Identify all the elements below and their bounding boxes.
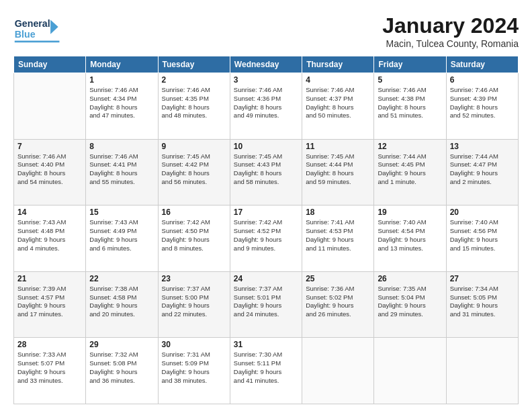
day-info: Sunrise: 7:42 AM Sunset: 4:52 PM Dayligh…: [234, 218, 298, 253]
col-thursday: Thursday: [302, 56, 374, 73]
day-number: 22: [89, 274, 154, 283]
col-wednesday: Wednesday: [230, 56, 302, 73]
title-section: January 2024 Macin, Tulcea County, Roman…: [382, 13, 519, 49]
day-info: Sunrise: 7:43 AM Sunset: 4:48 PM Dayligh…: [17, 218, 82, 253]
day-info: Sunrise: 7:31 AM Sunset: 5:09 PM Dayligh…: [162, 351, 226, 385]
col-friday: Friday: [374, 56, 446, 73]
table-row: 29Sunrise: 7:32 AM Sunset: 5:08 PM Dayli…: [86, 338, 158, 404]
day-number: 25: [306, 274, 370, 283]
table-row: 6Sunrise: 7:46 AM Sunset: 4:39 PM Daylig…: [446, 73, 518, 140]
day-info: Sunrise: 7:40 AM Sunset: 4:54 PM Dayligh…: [378, 218, 442, 253]
table-row: 31Sunrise: 7:30 AM Sunset: 5:11 PM Dayli…: [230, 338, 302, 404]
day-number: 7: [17, 142, 82, 151]
day-number: 19: [378, 208, 442, 217]
day-info: Sunrise: 7:34 AM Sunset: 5:05 PM Dayligh…: [450, 285, 515, 319]
day-number: 12: [378, 142, 442, 151]
col-sunday: Sunday: [14, 56, 86, 73]
table-row: 18Sunrise: 7:41 AM Sunset: 4:53 PM Dayli…: [302, 205, 374, 272]
day-info: Sunrise: 7:36 AM Sunset: 5:02 PM Dayligh…: [306, 285, 370, 319]
day-number: 21: [17, 274, 82, 283]
logo: General Blue: [13, 13, 67, 47]
day-info: Sunrise: 7:46 AM Sunset: 4:35 PM Dayligh…: [162, 86, 226, 120]
header: General Blue January 2024 Macin, Tulcea …: [13, 13, 519, 49]
day-info: Sunrise: 7:44 AM Sunset: 4:47 PM Dayligh…: [450, 152, 515, 187]
day-info: Sunrise: 7:32 AM Sunset: 5:08 PM Dayligh…: [89, 351, 154, 385]
day-number: 24: [234, 274, 298, 283]
header-row: Sunday Monday Tuesday Wednesday Thursday…: [14, 56, 519, 73]
day-info: Sunrise: 7:46 AM Sunset: 4:37 PM Dayligh…: [306, 86, 370, 120]
day-info: Sunrise: 7:35 AM Sunset: 5:04 PM Dayligh…: [378, 285, 442, 319]
day-info: Sunrise: 7:46 AM Sunset: 4:39 PM Dayligh…: [450, 86, 515, 120]
day-number: 2: [162, 75, 226, 85]
table-row: 11Sunrise: 7:45 AM Sunset: 4:44 PM Dayli…: [302, 139, 374, 205]
day-number: 20: [450, 208, 515, 217]
table-row: 22Sunrise: 7:38 AM Sunset: 4:58 PM Dayli…: [86, 271, 158, 338]
day-number: 30: [162, 340, 226, 349]
day-number: 29: [89, 340, 154, 349]
day-number: 6: [450, 75, 515, 85]
week-row: 21Sunrise: 7:39 AM Sunset: 4:57 PM Dayli…: [14, 271, 519, 338]
calendar-subtitle: Macin, Tulcea County, Romania: [382, 38, 519, 49]
table-row: 27Sunrise: 7:34 AM Sunset: 5:05 PM Dayli…: [446, 271, 518, 338]
col-monday: Monday: [86, 56, 158, 73]
table-row: 17Sunrise: 7:42 AM Sunset: 4:52 PM Dayli…: [230, 205, 302, 272]
day-number: 5: [378, 75, 442, 85]
day-info: Sunrise: 7:42 AM Sunset: 4:50 PM Dayligh…: [162, 218, 226, 253]
table-row: 9Sunrise: 7:45 AM Sunset: 4:42 PM Daylig…: [158, 139, 230, 205]
table-row: 5Sunrise: 7:46 AM Sunset: 4:38 PM Daylig…: [374, 73, 446, 140]
table-row: 30Sunrise: 7:31 AM Sunset: 5:09 PM Dayli…: [158, 338, 230, 404]
table-row: 15Sunrise: 7:43 AM Sunset: 4:49 PM Dayli…: [86, 205, 158, 272]
day-number: 8: [89, 142, 154, 151]
day-number: 18: [306, 208, 370, 217]
day-number: 3: [234, 75, 298, 85]
day-info: Sunrise: 7:41 AM Sunset: 4:53 PM Dayligh…: [306, 218, 370, 253]
day-info: Sunrise: 7:39 AM Sunset: 4:57 PM Dayligh…: [17, 285, 82, 319]
table-row: 12Sunrise: 7:44 AM Sunset: 4:45 PM Dayli…: [374, 139, 446, 205]
day-number: 9: [162, 142, 226, 151]
svg-text:Blue: Blue: [15, 29, 36, 40]
day-number: 11: [306, 142, 370, 151]
day-info: Sunrise: 7:46 AM Sunset: 4:34 PM Dayligh…: [89, 86, 154, 120]
calendar-title: January 2024: [382, 13, 519, 38]
day-number: 23: [162, 274, 226, 283]
svg-text:General: General: [15, 18, 50, 29]
table-row: 25Sunrise: 7:36 AM Sunset: 5:02 PM Dayli…: [302, 271, 374, 338]
day-info: Sunrise: 7:45 AM Sunset: 4:42 PM Dayligh…: [162, 152, 226, 187]
day-number: 31: [234, 340, 298, 349]
table-row: 28Sunrise: 7:33 AM Sunset: 5:07 PM Dayli…: [14, 338, 86, 404]
table-row: 13Sunrise: 7:44 AM Sunset: 4:47 PM Dayli…: [446, 139, 518, 205]
day-info: Sunrise: 7:43 AM Sunset: 4:49 PM Dayligh…: [89, 218, 154, 253]
day-info: Sunrise: 7:45 AM Sunset: 4:44 PM Dayligh…: [306, 152, 370, 187]
table-row: 10Sunrise: 7:45 AM Sunset: 4:43 PM Dayli…: [230, 139, 302, 205]
day-number: 28: [17, 340, 82, 349]
table-row: [446, 338, 518, 404]
table-row: 1Sunrise: 7:46 AM Sunset: 4:34 PM Daylig…: [86, 73, 158, 140]
table-row: 21Sunrise: 7:39 AM Sunset: 4:57 PM Dayli…: [14, 271, 86, 338]
table-row: 4Sunrise: 7:46 AM Sunset: 4:37 PM Daylig…: [302, 73, 374, 140]
week-row: 7Sunrise: 7:46 AM Sunset: 4:40 PM Daylig…: [14, 139, 519, 205]
day-info: Sunrise: 7:46 AM Sunset: 4:36 PM Dayligh…: [234, 86, 298, 120]
day-number: 16: [162, 208, 226, 217]
table-row: 23Sunrise: 7:37 AM Sunset: 5:00 PM Dayli…: [158, 271, 230, 338]
table-row: 19Sunrise: 7:40 AM Sunset: 4:54 PM Dayli…: [374, 205, 446, 272]
table-row: 3Sunrise: 7:46 AM Sunset: 4:36 PM Daylig…: [230, 73, 302, 140]
col-saturday: Saturday: [446, 56, 518, 73]
day-number: 17: [234, 208, 298, 217]
day-info: Sunrise: 7:40 AM Sunset: 4:56 PM Dayligh…: [450, 218, 515, 253]
day-info: Sunrise: 7:30 AM Sunset: 5:11 PM Dayligh…: [234, 351, 298, 385]
day-info: Sunrise: 7:45 AM Sunset: 4:43 PM Dayligh…: [234, 152, 298, 187]
week-row: 28Sunrise: 7:33 AM Sunset: 5:07 PM Dayli…: [14, 338, 519, 404]
day-number: 13: [450, 142, 515, 151]
calendar-table: Sunday Monday Tuesday Wednesday Thursday…: [13, 56, 519, 404]
table-row: 14Sunrise: 7:43 AM Sunset: 4:48 PM Dayli…: [14, 205, 86, 272]
day-info: Sunrise: 7:37 AM Sunset: 5:01 PM Dayligh…: [234, 285, 298, 319]
day-number: 1: [89, 75, 154, 85]
day-number: 26: [378, 274, 442, 283]
day-number: 10: [234, 142, 298, 151]
table-row: 24Sunrise: 7:37 AM Sunset: 5:01 PM Dayli…: [230, 271, 302, 338]
day-number: 4: [306, 75, 370, 85]
svg-rect-3: [15, 41, 60, 43]
day-info: Sunrise: 7:46 AM Sunset: 4:41 PM Dayligh…: [89, 152, 154, 187]
table-row: 26Sunrise: 7:35 AM Sunset: 5:04 PM Dayli…: [374, 271, 446, 338]
logo-svg: General Blue: [13, 13, 67, 47]
